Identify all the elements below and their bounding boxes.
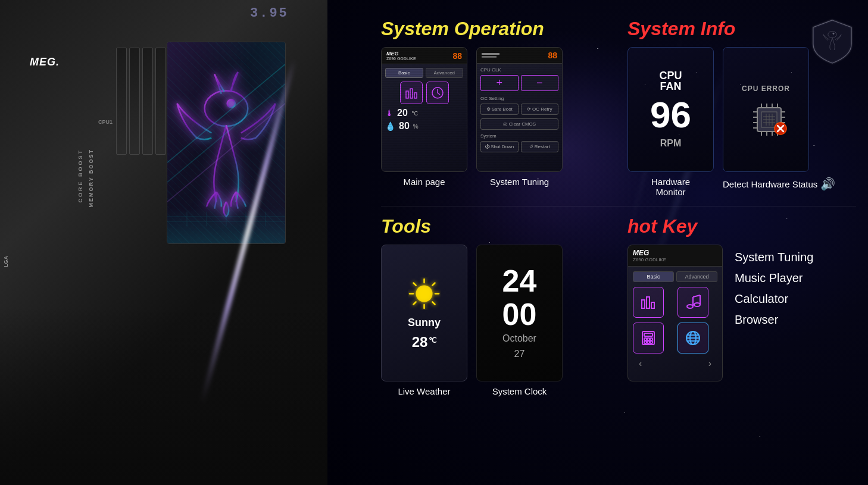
top-row: System Operation MEG Z690 GODLIKE 88 [369, 0, 868, 203]
svg-rect-67 [644, 341, 647, 343]
oc-setting-label: OC Setting [480, 96, 558, 101]
svg-rect-69 [650, 341, 652, 343]
main-page-card: MEG Z690 GODLIKE 88 Basic Advanced [381, 47, 467, 187]
hotkey-item-browser[interactable]: Browser [735, 313, 813, 327]
motherboard-background: 3.95 MEG. CPU1 LGA CORE BOOST MEMORY BOO… [0, 0, 351, 485]
svg-rect-54 [642, 300, 645, 308]
detect-hardware-card: CPU ERROR [723, 47, 809, 172]
svg-point-45 [416, 286, 433, 302]
svg-point-57 [687, 305, 693, 308]
main-page-temp: 20 [397, 108, 408, 118]
clock-minutes: 00 [502, 299, 537, 330]
cpu-error-label: CPU ERROR [742, 85, 790, 93]
hotkey-item-calculator[interactable]: Calculator [735, 292, 813, 306]
detect-hardware-container: CPU ERROR [723, 47, 835, 197]
main-page-card-sub: Z690 GODLIKE [386, 57, 416, 61]
system-operation-cards: MEG Z690 GODLIKE 88 Basic Advanced [381, 47, 610, 187]
main-page-temp-unit: ℃ [411, 110, 418, 117]
hk-icon-globe[interactable] [677, 323, 708, 353]
main-page-icon-clock[interactable] [426, 82, 449, 104]
clock-hours: 24 [502, 265, 537, 296]
hotkey-item-music-player[interactable]: Music Player [735, 271, 813, 285]
main-page-label: Main page [381, 177, 467, 187]
mb-screen-panel [167, 42, 286, 244]
core-boost-label: CORE BOOST [77, 149, 83, 203]
svg-rect-15 [410, 89, 413, 98]
oc-retry-btn[interactable]: ⟳ OC Retry [521, 104, 559, 115]
hk-icon-calculator[interactable] [633, 323, 664, 353]
main-page-humidity-unit: % [413, 123, 419, 130]
clock-day: 27 [514, 348, 525, 361]
svg-rect-63 [644, 333, 652, 336]
system-info-cards: CPU FAN 96 RPM HardwareMonitor [627, 47, 856, 197]
svg-rect-66 [650, 338, 652, 340]
hardware-monitor-label: HardwareMonitor [627, 177, 714, 197]
safe-boot-btn[interactable]: ⚙ Safe Boot [480, 104, 519, 115]
hk-next-btn[interactable]: › [708, 358, 711, 369]
clear-cmos-btn[interactable]: ◎ Clear CMOS [480, 118, 558, 130]
svg-point-1 [227, 99, 235, 107]
weather-temp: 28 ℃ [412, 334, 437, 351]
live-weather-card: Sunny 28 ℃ [381, 245, 467, 381]
main-page-humidity: 80 [399, 121, 410, 132]
hk-tab-advanced[interactable]: Advanced [676, 271, 717, 282]
section-divider [381, 206, 856, 206]
restart-btn[interactable]: ↺ Restart [521, 141, 559, 152]
main-page-icon-chart[interactable] [400, 82, 423, 104]
top-display: 3.95 [250, 6, 289, 21]
hotkey-list: System Tuning Music Player Calculator Br… [735, 245, 813, 327]
tools-title: Tools [381, 215, 610, 237]
system-clock-container: 24 00 October 27 System Clock [476, 245, 563, 396]
svg-rect-16 [414, 93, 417, 98]
fan-value: 96 [650, 96, 691, 133]
cpu-chip-icon [748, 99, 784, 134]
svg-rect-64 [644, 338, 647, 340]
main-page-tab-basic[interactable]: Basic [385, 68, 423, 78]
detect-hardware-label: Detect Hardware Status 🔊 [723, 177, 835, 191]
hk-tab-basic[interactable]: Basic [633, 271, 674, 282]
hardware-monitor-card: CPU FAN 96 RPM [627, 47, 714, 172]
hk-brand: MEG [633, 249, 717, 257]
hk-icon-chart[interactable] [633, 287, 664, 318]
ram-slot-4 [155, 48, 166, 155]
sun-icon [407, 276, 442, 312]
cpu1-label: CPU1 [98, 119, 113, 125]
hot-key-section: hot Key MEG Z690 GODLIKE Basic Advanced [627, 215, 856, 396]
main-page-card-logo: MEG [386, 51, 416, 57]
live-weather-container: Sunny 28 ℃ Live Weather [381, 245, 467, 396]
hotkey-item-system-tuning[interactable]: System Tuning [735, 251, 813, 264]
system-clock-card: 24 00 October 27 [476, 245, 563, 381]
shut-down-btn[interactable]: ⏻ Shut Down [480, 141, 519, 152]
hardware-monitor-container: CPU FAN 96 RPM HardwareMonitor [627, 47, 714, 197]
hk-prev-btn[interactable]: ‹ [639, 358, 642, 369]
ram-slot-1 [116, 48, 127, 155]
lga-label: LGA [3, 256, 9, 267]
system-tuning-card: 88 CPU CLK + − OC Setting ⚙ [476, 47, 563, 187]
svg-line-52 [432, 283, 435, 286]
clock-month: October [502, 332, 536, 345]
bottom-row: Tools [369, 209, 868, 402]
clk-minus-btn[interactable]: − [521, 75, 559, 91]
main-content: System Operation MEG Z690 GODLIKE 88 [369, 0, 868, 485]
ram-slot-3 [142, 48, 153, 155]
system-operation-section: System Operation MEG Z690 GODLIKE 88 [381, 18, 610, 197]
tools-cards: Sunny 28 ℃ Live Weather 24 00 October [381, 245, 610, 396]
speaker-icon: 🔊 [820, 177, 835, 191]
svg-rect-14 [406, 91, 408, 98]
main-page-tab-advanced[interactable]: Advanced [426, 68, 464, 78]
cpu-fan-label: CPU [659, 70, 682, 81]
svg-rect-68 [647, 341, 650, 343]
system-operation-title: System Operation [381, 18, 610, 40]
hk-icon-music[interactable] [677, 287, 708, 318]
fan-unit: RPM [660, 138, 682, 149]
clk-plus-btn[interactable]: + [480, 75, 519, 91]
live-weather-label: Live Weather [381, 386, 467, 396]
cpu-clk-label: CPU CLK [480, 67, 558, 73]
fan-label: FAN [659, 81, 682, 92]
main-page-card-num: 88 [452, 51, 462, 61]
system-clock-label: System Clock [476, 386, 563, 396]
svg-line-50 [414, 283, 416, 286]
svg-rect-56 [651, 302, 654, 308]
svg-line-53 [414, 302, 416, 304]
hot-key-title: hot Key [627, 215, 856, 237]
